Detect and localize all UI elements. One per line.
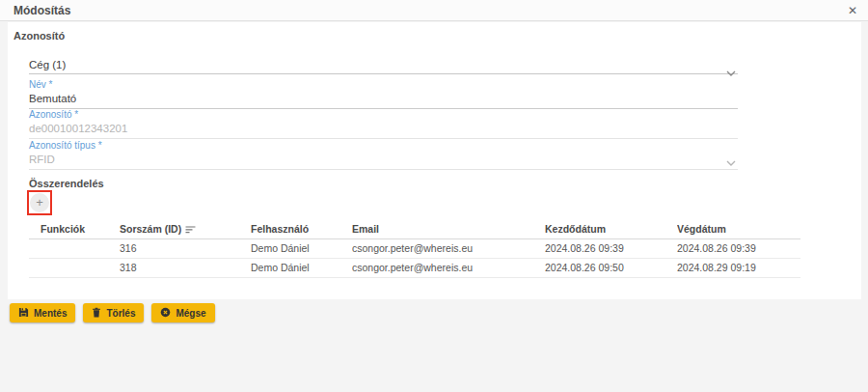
cancel-button[interactable]: Mégse [151,303,214,322]
save-icon [18,307,29,320]
identifier-type-value: RFID [29,154,55,165]
sort-icon[interactable] [185,224,196,236]
dialog-header: Módosítás ✕ [0,0,868,21]
column-header-label: Sorszám (ID) [120,223,181,235]
cell-felhasznalo: Demo Dániel [251,238,352,258]
section-title-azonosito: Azonosító [14,30,65,42]
plus-icon: + [36,195,43,210]
name-field-label: Név * [29,78,738,91]
column-header-vegdatum: Végdátum [677,220,800,238]
column-header-email: Email [352,220,545,238]
company-select[interactable]: Cég (1) [29,57,738,74]
cancel-icon [160,307,171,320]
trash-icon [92,307,101,320]
identifier-type-field: Azonosító típus * RFID [29,139,738,170]
column-header-kezdodatum: Kezdődátum [545,220,677,238]
dialog-title: Módosítás [14,0,70,21]
cell-kezdodatum: 2024.08.26 09:50 [545,258,677,277]
annotation-highlight-box: + [27,190,52,215]
column-header-funkciok: Funkciók [29,220,120,238]
cell-sorszam: 316 [120,238,251,258]
cell-vegdatum: 2024.08.26 09:39 [677,238,800,258]
identifier-field-input: de00010012343201 [29,121,738,139]
cell-funkciok [29,238,120,258]
identifier-field: Azonosító * de00010012343201 [29,108,738,139]
cell-funkciok [29,258,120,277]
name-field: Név * Bemutató [29,78,738,109]
column-header-felhasznalo: Felhasználó [251,220,352,238]
cell-vegdatum: 2024.08.29 09:19 [677,258,800,277]
name-field-input[interactable]: Bemutató [29,91,738,109]
cell-felhasznalo: Demo Dániel [251,258,352,277]
table-row[interactable]: 316 Demo Dániel csongor.peter@whereis.eu… [29,238,800,258]
delete-button-label: Törlés [106,308,135,319]
save-button[interactable]: Mentés [10,303,75,322]
delete-button[interactable]: Törlés [83,303,144,322]
action-buttons: Mentés Törlés Mégse [10,303,215,322]
table-header-row: Funkciók Sorszám (ID) Felhasználó Email … [29,220,800,238]
cell-email: csongor.peter@whereis.eu [352,238,545,258]
column-header-sorszam[interactable]: Sorszám (ID) [120,220,251,238]
assignment-table: Funkciók Sorszám (ID) Felhasználó Email … [29,220,800,278]
close-icon[interactable]: ✕ [843,1,862,20]
table-row[interactable]: 318 Demo Dániel csongor.peter@whereis.eu… [29,258,800,277]
identifier-type-label: Azonosító típus * [29,139,738,152]
cell-kezdodatum: 2024.08.26 09:39 [545,238,677,258]
save-button-label: Mentés [34,308,67,319]
cancel-button-label: Mégse [176,308,205,319]
cell-email: csongor.peter@whereis.eu [352,258,545,277]
company-select-value: Cég (1) [29,59,66,70]
section-title-osszerendeles: Összerendelés [29,178,104,189]
cell-sorszam: 318 [120,258,251,277]
identifier-type-select[interactable]: RFID [29,152,738,170]
chevron-down-icon [726,155,736,169]
identifier-field-label: Azonosító * [29,108,738,121]
add-assignment-button[interactable]: + [30,193,49,212]
form-card: Azonosító Cég (1) Név * Bemutató Azonosí… [8,22,861,299]
